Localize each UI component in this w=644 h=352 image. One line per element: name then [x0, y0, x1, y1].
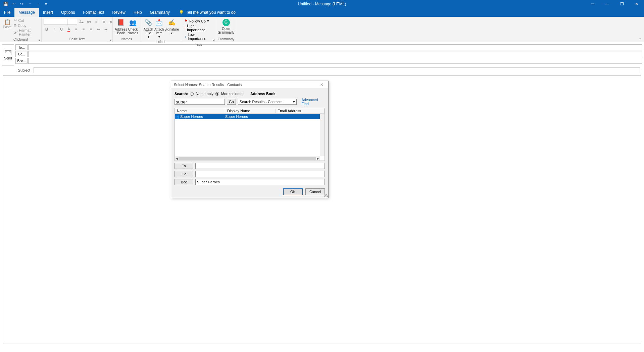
- ribbon-display-icon[interactable]: ▭: [585, 0, 600, 8]
- close-icon[interactable]: ✕: [629, 0, 644, 8]
- to-input[interactable]: [28, 44, 642, 50]
- painter-icon: 🖌: [14, 30, 17, 34]
- qat-more-icon[interactable]: ▾: [44, 2, 48, 6]
- group-label-names: Names: [113, 37, 141, 42]
- copy-button[interactable]: ⧉Copy: [14, 23, 39, 28]
- subject-input[interactable]: [34, 67, 640, 73]
- col-name[interactable]: Name: [175, 109, 225, 113]
- to-button[interactable]: To...: [15, 44, 28, 50]
- attach-file-button[interactable]: 📎 Attach File▾: [143, 18, 154, 39]
- basictext-launcher-icon[interactable]: ◢: [109, 39, 111, 42]
- radio-name-only[interactable]: [190, 92, 194, 96]
- font-family-select[interactable]: [44, 19, 67, 25]
- align-left-icon[interactable]: ≡: [73, 26, 79, 32]
- group-tags: ⚑Follow Up▾ !High Importance ↓Low Import…: [181, 17, 216, 42]
- tab-insert[interactable]: Insert: [39, 8, 57, 17]
- open-grammarly-button[interactable]: G Open Grammarly: [218, 18, 234, 34]
- scroll-thumb[interactable]: [179, 157, 316, 160]
- send-button[interactable]: Send: [2, 44, 14, 66]
- vertical-scrollbar[interactable]: [320, 114, 325, 156]
- minimize-icon[interactable]: —: [600, 0, 614, 8]
- attach-item-button[interactable]: 📩 Attach Item▾: [154, 18, 164, 39]
- tell-me-label: Tell me what you want to do: [186, 10, 236, 15]
- check-names-button[interactable]: 👥 Check Names: [127, 18, 139, 35]
- address-book-button[interactable]: 📕 Address Book: [115, 18, 127, 35]
- cc-button[interactable]: Cc...: [15, 51, 28, 57]
- tab-message[interactable]: Message: [14, 8, 39, 17]
- cc-input[interactable]: [28, 51, 642, 57]
- redo-icon[interactable]: ↷: [19, 2, 24, 6]
- cut-button[interactable]: ✂Cut: [14, 18, 39, 23]
- bcc-button[interactable]: Bcc...: [15, 58, 28, 64]
- cancel-button[interactable]: Cancel: [305, 188, 325, 195]
- font-size-select[interactable]: [67, 19, 77, 25]
- tab-review[interactable]: Review: [108, 8, 130, 17]
- ok-button[interactable]: OK: [283, 188, 303, 195]
- shrink-font-icon[interactable]: A▾: [86, 19, 92, 25]
- tell-me[interactable]: 💡 Tell me what you want to do: [174, 8, 236, 17]
- font-color-icon[interactable]: A: [66, 26, 72, 32]
- lightbulb-icon: 💡: [179, 10, 184, 15]
- dialog-bcc-input[interactable]: Super Heroes: [195, 179, 325, 185]
- col-email[interactable]: Email Address: [276, 109, 325, 113]
- advanced-find-link[interactable]: Advanced Find: [301, 98, 325, 106]
- collapse-ribbon-icon[interactable]: ⌃: [639, 38, 641, 41]
- bullets-icon[interactable]: ≡: [93, 19, 99, 25]
- radio-more-columns[interactable]: [215, 92, 219, 96]
- tab-grammarly[interactable]: Grammarly: [146, 8, 174, 17]
- undo-icon[interactable]: ↶: [11, 2, 16, 6]
- scroll-left-icon[interactable]: ◀: [176, 157, 178, 160]
- underline-icon[interactable]: U: [58, 26, 64, 32]
- go-button[interactable]: Go: [227, 99, 236, 105]
- dialog-title-bar[interactable]: Select Names: Search Results - Contacts …: [171, 81, 328, 88]
- dialog-close-icon[interactable]: ✕: [317, 81, 327, 88]
- group-label-clipboard: Clipboard: [0, 38, 41, 42]
- dialog-to-button[interactable]: To: [175, 163, 193, 169]
- arrow-down-icon[interactable]: ↓: [36, 2, 40, 6]
- dialog-cc-button[interactable]: Cc: [175, 171, 193, 177]
- low-importance-button[interactable]: ↓Low Importance: [185, 33, 212, 41]
- tab-options[interactable]: Options: [57, 8, 79, 17]
- numbering-icon[interactable]: ≣: [101, 19, 107, 25]
- bold-icon[interactable]: B: [44, 26, 50, 32]
- resize-grip-icon[interactable]: [324, 194, 328, 197]
- dialog-to-input[interactable]: [195, 163, 325, 169]
- align-right-icon[interactable]: ≡: [88, 26, 94, 32]
- group-include: 📎 Attach File▾ 📩 Attach Item▾ ✍ Signatur…: [141, 17, 181, 42]
- search-input[interactable]: [175, 99, 225, 105]
- quick-access-toolbar: 💾 ↶ ↷ ↑ ↓ ▾: [0, 2, 48, 6]
- scroll-right-icon[interactable]: ▶: [317, 157, 319, 160]
- paste-button[interactable]: 📋 Paste: [2, 18, 12, 29]
- tab-file[interactable]: File: [0, 8, 14, 17]
- address-book-select[interactable]: Search Results - Contacts ▾: [238, 99, 297, 105]
- tags-launcher-icon[interactable]: ◢: [212, 39, 214, 42]
- arrow-down-blue-icon: ↓: [185, 35, 187, 39]
- tab-format-text[interactable]: Format Text: [79, 8, 108, 17]
- subject-row: Subject: [0, 67, 644, 75]
- window-title: Untitled - Message (HTML): [298, 2, 346, 6]
- col-display-name[interactable]: Display Name: [225, 109, 276, 113]
- tab-help[interactable]: Help: [130, 8, 146, 17]
- grow-font-icon[interactable]: A▴: [79, 19, 85, 25]
- clipboard-launcher-icon[interactable]: ◢: [38, 39, 40, 42]
- format-painter-button[interactable]: 🖌Format Painter: [14, 28, 39, 36]
- exclamation-icon: !: [185, 26, 186, 30]
- group-basic-text: A▴ A▾ ≡ ≣ A̶ B I U A ≡ ≡ ≡ ⇤ ⇥ Basic Tex…: [42, 17, 113, 42]
- subject-label: Subject: [15, 68, 32, 72]
- horizontal-scrollbar[interactable]: ◀▶: [175, 156, 320, 161]
- signature-button[interactable]: ✍ Signature▾: [164, 18, 179, 35]
- arrow-up-icon[interactable]: ↑: [28, 2, 32, 6]
- high-importance-button[interactable]: !High Importance: [185, 24, 212, 32]
- italic-icon[interactable]: I: [51, 26, 57, 32]
- dialog-bcc-button[interactable]: Bcc: [175, 179, 193, 185]
- save-icon[interactable]: 💾: [3, 2, 8, 6]
- align-center-icon[interactable]: ≡: [81, 26, 87, 32]
- signature-icon: ✍: [168, 19, 176, 27]
- follow-up-button[interactable]: ⚑Follow Up▾: [185, 19, 212, 23]
- decrease-indent-icon[interactable]: ⇤: [95, 26, 101, 32]
- dialog-cc-input[interactable]: [195, 171, 325, 177]
- result-row[interactable]: 👥 Super Heroes Super Heroes: [175, 114, 325, 119]
- maximize-icon[interactable]: ❐: [614, 0, 629, 8]
- increase-indent-icon[interactable]: ⇥: [103, 26, 109, 32]
- bcc-input[interactable]: [28, 58, 642, 64]
